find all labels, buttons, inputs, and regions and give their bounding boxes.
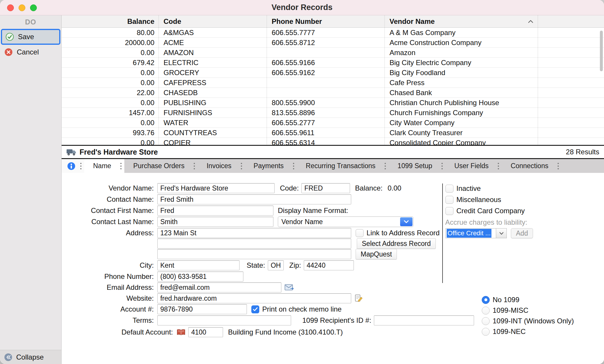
recipient-id-label: 1099 Recipient's ID #: [302, 316, 371, 325]
cell-vendor: Consolidated Copier Company [385, 138, 538, 145]
tab-drag-handle-icon[interactable] [293, 162, 297, 170]
tab-payments[interactable]: Payments [245, 159, 297, 173]
cell-vendor: Amazon [385, 48, 538, 57]
display-name-format-label: Display Name Format: [278, 206, 348, 215]
liability-account-select[interactable]: Office Credit ... [445, 228, 507, 238]
state-label: State: [247, 261, 265, 269]
tab-user-fields[interactable]: User Fields [445, 159, 502, 173]
tab-drag-handle-icon[interactable] [557, 162, 562, 170]
table-row[interactable]: 1457.00FURNISHINGS813.555.8896Church Fur… [62, 108, 604, 118]
cancel-button[interactable]: Cancel [0, 45, 61, 59]
display-name-format-select[interactable]: Vendor Name [278, 216, 413, 227]
table-row[interactable]: 0.00PUBLISHING800.555.9900Christian Chur… [62, 98, 604, 108]
tab-drag-handle-icon[interactable] [80, 162, 84, 170]
contact-first-name-input[interactable] [157, 206, 273, 216]
cell-code: ELECTRIC [159, 58, 267, 67]
account-book-icon[interactable] [176, 329, 186, 336]
table-row[interactable]: 20000.00ACME606.555.8712Acme Constructio… [62, 38, 604, 48]
cell-vendor: Big City Foodland [385, 68, 538, 77]
table-row[interactable]: 0.00CAFEPRESSCafe Press [62, 78, 604, 88]
table-row[interactable]: 0.00WATER606.555.2777City Water Company [62, 118, 604, 128]
save-button[interactable]: Save [1, 29, 60, 45]
tab-bar: NamePurchase OrdersInvoicesPaymentsRecur… [62, 159, 604, 173]
address-line2-input[interactable] [157, 239, 351, 249]
table-row[interactable]: 0.00AMAZONAmazon [62, 48, 604, 58]
account-number-input[interactable] [157, 304, 247, 314]
contact-first-name-label: Contact First Name: [62, 206, 157, 215]
1099-nec-radio[interactable] [482, 328, 490, 336]
website-input[interactable] [157, 293, 351, 303]
contact-name-input[interactable] [157, 194, 351, 204]
mapquest-button[interactable]: MapQuest [356, 249, 397, 259]
cell-code: CHASEDB [159, 88, 267, 97]
recipient-id-input[interactable] [374, 315, 474, 325]
cell-phone [267, 88, 385, 97]
email-address-input[interactable] [157, 282, 281, 292]
tab-connections[interactable]: Connections [502, 159, 562, 173]
tab-drag-handle-icon[interactable] [240, 162, 245, 170]
tab-drag-handle-icon[interactable] [193, 162, 198, 170]
link-address-checkbox[interactable] [356, 229, 364, 237]
select-address-record-button[interactable]: Select Address Record [357, 238, 436, 249]
zip-input[interactable] [304, 260, 354, 270]
close-window-button[interactable] [7, 4, 14, 11]
minimize-window-button[interactable] [19, 4, 25, 11]
add-liability-button[interactable]: Add [511, 228, 533, 238]
default-account-input[interactable] [188, 327, 223, 337]
cell-vendor: Church Furnishings Company [385, 108, 538, 118]
column-header-balance[interactable]: Balance [62, 15, 159, 27]
no-1099-radio[interactable] [482, 296, 490, 304]
code-input[interactable] [301, 183, 350, 193]
liability-account-value: Office Credit ... [447, 229, 491, 238]
tab-label: Payments [254, 162, 284, 170]
cell-vendor: A & M Gas Company [385, 28, 538, 37]
address-line3-input[interactable] [157, 249, 351, 259]
tab-1099-setup[interactable]: 1099 Setup [389, 159, 445, 173]
credit-card-company-label: Credit Card Company [456, 207, 525, 215]
tab-invoices[interactable]: Invoices [198, 159, 245, 173]
credit-card-company-checkbox[interactable] [445, 207, 453, 215]
email-icon[interactable] [285, 284, 294, 291]
column-header-phone-number[interactable]: Phone Number [267, 15, 385, 27]
terms-input[interactable] [157, 315, 291, 325]
balance-label: Balance: [355, 184, 382, 192]
cell-balance: 0.00 [62, 78, 159, 87]
tab-recurring-transactions[interactable]: Recurring Transactions [297, 159, 389, 173]
1099-misc-radio[interactable] [482, 307, 490, 315]
miscellaneous-checkbox[interactable] [445, 196, 453, 204]
default-account-description: Building Fund Income (3100.4100.T) [228, 328, 343, 336]
window-titlebar[interactable]: Vendor Records [0, 0, 604, 15]
state-input[interactable] [268, 260, 284, 270]
collapse-button[interactable]: Collapse [0, 350, 61, 364]
tab-drag-handle-icon[interactable] [384, 162, 389, 170]
tab-purchase-orders[interactable]: Purchase Orders [124, 159, 198, 173]
city-input[interactable] [157, 260, 240, 270]
tab-drag-handle-icon[interactable] [497, 162, 502, 170]
edit-website-icon[interactable] [354, 294, 363, 303]
1099-int-radio[interactable] [482, 317, 490, 325]
table-row[interactable]: 993.76COUNTYTREAS606.555.9611Clark Count… [62, 128, 604, 138]
print-memo-checkbox[interactable] [251, 305, 259, 313]
cell-extra [538, 128, 604, 138]
table-row[interactable]: 80.00A&MGAS606.555.7777A & M Gas Company [62, 28, 604, 38]
address-line1-input[interactable] [157, 228, 351, 238]
contact-last-name-input[interactable] [157, 217, 273, 227]
sidebar-spacer [0, 59, 61, 350]
table-row[interactable]: 0.00COPIER606.555.6314Consolidated Copie… [62, 138, 604, 145]
zoom-window-button[interactable] [30, 4, 37, 11]
table-row[interactable]: 679.42ELECTRIC606.555.9166Big City Elect… [62, 58, 604, 68]
table-row[interactable]: 22.00CHASEDBChased Bank [62, 88, 604, 98]
tab-name[interactable]: Name [84, 159, 124, 173]
vendor-name-input[interactable] [157, 183, 275, 193]
tab-drag-handle-icon[interactable] [120, 162, 124, 170]
table-scrollbar[interactable] [600, 31, 603, 71]
cell-phone: 606.555.6314 [267, 138, 385, 145]
table-row[interactable]: 0.00GROCERY606.555.9162Big City Foodland [62, 68, 604, 78]
column-header-code[interactable]: Code [159, 15, 267, 27]
phone-number-input[interactable] [157, 272, 243, 282]
tab-drag-handle-icon[interactable] [441, 162, 445, 170]
inactive-checkbox[interactable] [445, 185, 453, 193]
cell-balance: 0.00 [62, 68, 159, 77]
info-button[interactable] [62, 159, 84, 173]
column-header-vendor-name[interactable]: Vendor Name [385, 15, 538, 27]
